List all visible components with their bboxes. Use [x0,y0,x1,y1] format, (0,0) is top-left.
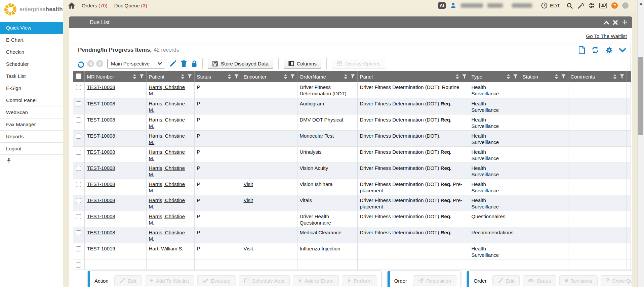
display-options-button[interactable]: Display Options [332,59,385,69]
mr-number-link[interactable]: TEST-10008 [87,84,115,90]
sidebar-item-e-sign[interactable]: E-Sign [0,82,63,94]
close-panel-icon[interactable] [613,20,618,25]
sidebar-item-fax-manager[interactable]: Fax Manager [0,118,63,131]
row-checkbox[interactable] [76,262,81,268]
sort-icon[interactable] [133,74,136,79]
row-checkbox[interactable] [76,198,81,203]
patient-link[interactable]: Harris, Christine M. [149,230,185,242]
mr-number-link[interactable]: TEST-10008 [87,197,115,203]
select-all-checkbox[interactable] [76,74,81,79]
sidebar-item-quick-view[interactable]: Quick View [0,22,63,34]
next-perspective-icon[interactable] [96,60,103,67]
patient-link[interactable]: Harris, Christine M. [149,149,185,161]
filter-icon[interactable] [351,74,355,79]
schedule-appt-button[interactable]: Schedule Appt [239,275,290,286]
encounter-link[interactable]: Visit [244,197,253,203]
row-checkbox[interactable] [76,101,81,106]
mr-number-link[interactable]: TEST-10008 [87,149,115,155]
show-questions-button[interactable]: ?Show Questions [601,275,632,286]
row-checkbox[interactable] [76,182,81,187]
move-panel-icon[interactable] [622,19,628,25]
pin-icon[interactable] [7,157,11,163]
patient-link[interactable]: Harris, Christine M. [149,165,185,177]
sort-icon[interactable] [613,74,617,79]
nav-doc-queue[interactable]: Doc Queue (3) [114,3,147,8]
sidebar-item-reports[interactable]: Reports [0,131,63,143]
mr-number-link[interactable]: TEST-10008 [87,213,115,219]
sidebar-item-logout[interactable]: Logout [0,143,63,155]
mr-number-link[interactable]: TEST-10008 [87,165,115,171]
sidebar-item-e-chart[interactable]: E-Chart [0,34,63,46]
patient-link[interactable]: Hart, William S. [149,246,184,251]
lock-perspective-icon[interactable] [191,60,197,67]
sort-icon[interactable] [181,74,185,79]
perform-button[interactable]: Perform [342,275,377,286]
add-to-exam-button[interactable]: Add to Exam [293,275,339,286]
filter-icon[interactable] [561,74,566,79]
encounter-link[interactable]: Visit [244,246,253,251]
edit-perspective-icon[interactable] [169,60,176,67]
mr-number-link[interactable]: TEST-10008 [87,230,115,235]
sidebar-item-webscan[interactable]: WebScan [0,106,63,118]
sidebar-item-control-panel[interactable]: Control Panel [0,94,63,106]
edit-button[interactable]: Edit [114,275,142,286]
evaluate-button[interactable]: Evaluate [197,275,236,286]
patient-link[interactable]: Harris, Christine M. [149,133,185,145]
undo-icon[interactable] [77,59,85,68]
scrollbar-up-arrow[interactable] [639,3,643,5]
patient-link[interactable]: Harris, Christine M. [149,101,185,113]
sidebar-item-scheduler[interactable]: Scheduler [0,58,63,70]
delete-perspective-icon[interactable] [181,60,187,67]
filter-icon[interactable] [513,74,518,79]
mr-number-link[interactable]: TEST-10008 [87,181,115,187]
magic-wand-icon[interactable] [577,2,584,9]
mr-number-link[interactable]: TEST-10008 [87,117,115,123]
page-scrollbar[interactable] [637,0,644,287]
scrollbar-thumb[interactable] [638,57,643,135]
patient-link[interactable]: Harris, Christine M. [149,181,185,193]
timezone-label[interactable]: EDT [550,3,560,8]
gear-icon[interactable] [605,46,613,54]
sort-icon[interactable] [455,74,459,79]
encounter-link[interactable]: Visit [244,181,253,187]
collapse-list-icon[interactable] [619,48,626,52]
store-displayed-data-button[interactable]: Store Displayed Data [208,59,273,69]
row-checkbox[interactable] [76,166,81,171]
mr-number-link[interactable]: TEST-10008 [87,101,115,106]
user-icon[interactable] [450,2,456,9]
mr-number-link[interactable]: TEST-10008 [87,133,115,139]
globe-icon[interactable] [589,2,595,9]
keyboard-icon[interactable] [599,3,607,8]
sort-icon[interactable] [284,74,287,79]
filter-icon[interactable] [188,74,192,79]
patient-link[interactable]: Harris, Christine M. [149,213,185,226]
row-checkbox[interactable] [76,117,81,123]
revisions-button[interactable]: ≡Revisions [559,275,598,286]
search-icon[interactable] [566,2,573,9]
requisition-button[interactable]: Requisition [413,275,456,286]
help-icon[interactable]: ? [611,2,618,9]
sort-icon[interactable] [344,74,348,79]
edit-button[interactable]: Edit [492,275,520,286]
home-icon[interactable] [68,2,75,9]
ai-badge[interactable]: AI [438,2,446,9]
row-checkbox[interactable] [76,85,81,90]
patient-link[interactable]: Harris, Christine M. [149,197,185,209]
filter-icon[interactable] [462,74,467,79]
mr-number-link[interactable]: TEST-10019 [87,246,115,251]
go-to-waitlist-link[interactable]: Go To The Waitlist [586,33,627,39]
columns-button[interactable]: Columns [284,59,321,69]
nav-orders[interactable]: Orders (70) [82,3,108,8]
sort-icon[interactable] [555,74,558,79]
patient-link[interactable]: Harris, Christine M. [149,84,185,96]
row-checkbox[interactable] [76,150,81,155]
sort-icon[interactable] [228,74,231,79]
add-to-waitlist-button[interactable]: +Add To Waitlist [145,275,195,286]
row-checkbox[interactable] [76,246,81,251]
new-page-icon[interactable] [578,46,585,54]
sort-icon[interactable] [507,74,510,79]
refresh-icon[interactable] [591,46,599,54]
row-checkbox[interactable] [76,230,81,235]
previous-perspective-icon[interactable] [87,60,94,67]
sidebar-item-task-list[interactable]: Task List [0,70,63,82]
